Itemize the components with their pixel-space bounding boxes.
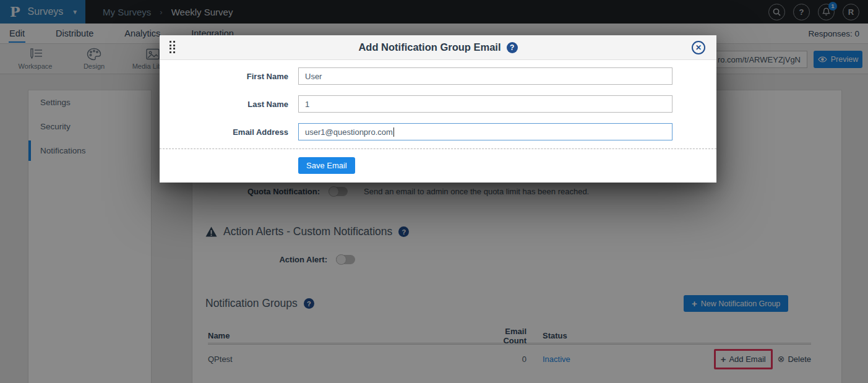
save-email-button[interactable]: Save Email [298, 157, 355, 174]
email-address-label: Email Address [160, 127, 288, 137]
text-cursor [393, 127, 394, 137]
email-address-row: Email Address user1@questionpro.com [160, 123, 716, 140]
email-address-field[interactable]: user1@questionpro.com [298, 123, 672, 140]
drag-handle-icon[interactable] [170, 41, 175, 53]
email-address-value: user1@questionpro.com [305, 127, 393, 137]
first-name-label: First Name [160, 72, 288, 81]
last-name-field[interactable]: 1 [298, 95, 672, 113]
first-name-row: First Name User [160, 67, 716, 85]
app-page: P Surveys ▼ My Surveys › Weekly Survey ?… [0, 0, 868, 383]
add-notification-group-email-modal: Add Notification Group Email ? ✕ First N… [160, 35, 716, 183]
last-name-label: Last Name [160, 100, 288, 109]
last-name-value: 1 [305, 100, 309, 109]
modal-header: Add Notification Group Email ? ✕ [160, 35, 716, 60]
modal-footer-divider [160, 148, 716, 149]
first-name-field[interactable]: User [298, 67, 672, 85]
modal-close-icon[interactable]: ✕ [692, 41, 705, 54]
last-name-row: Last Name 1 [160, 95, 716, 113]
first-name-value: User [305, 72, 322, 81]
modal-title: Add Notification Group Email [358, 41, 501, 53]
modal-help-icon[interactable]: ? [507, 42, 518, 53]
